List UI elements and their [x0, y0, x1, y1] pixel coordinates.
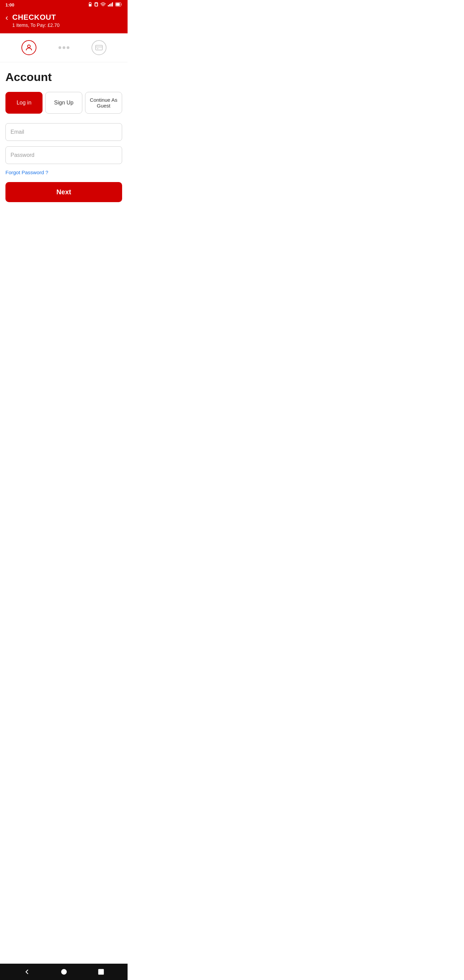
step-dots: [59, 46, 69, 49]
dot-2: [63, 46, 65, 49]
header-content: CHECKOUT 1 Items, To Pay: £2.70: [12, 13, 60, 28]
email-input[interactable]: [5, 123, 122, 141]
back-button[interactable]: ‹: [5, 14, 8, 22]
account-step-circle: [21, 40, 37, 55]
email-form-group: [5, 123, 122, 141]
wifi-icon: [100, 2, 106, 8]
payment-step: [92, 40, 106, 55]
page-title: Account: [5, 70, 122, 84]
svg-point-3: [103, 6, 103, 6]
status-bar: 1:00: [0, 0, 127, 10]
step-indicators: [0, 33, 127, 62]
dot-1: [59, 46, 61, 49]
login-tab[interactable]: Log in: [5, 92, 43, 114]
lock-icon: [88, 2, 92, 8]
status-icons: [88, 2, 122, 8]
svg-rect-2: [95, 3, 97, 6]
checkout-title: CHECKOUT: [12, 13, 60, 22]
next-button[interactable]: Next: [5, 182, 122, 202]
svg-point-10: [27, 45, 30, 48]
svg-rect-5: [109, 4, 110, 6]
svg-rect-4: [108, 5, 109, 6]
checkout-header: ‹ CHECKOUT 1 Items, To Pay: £2.70: [0, 10, 127, 33]
svg-rect-7: [112, 2, 113, 6]
svg-rect-9: [116, 3, 120, 6]
password-form-group: [5, 146, 122, 164]
password-input[interactable]: [5, 146, 122, 164]
svg-rect-6: [111, 3, 111, 6]
sim-icon: [94, 2, 98, 8]
battery-icon: [115, 2, 122, 8]
forgot-password-link[interactable]: Forgot Password ?: [5, 169, 48, 175]
main-content: Account Log in Sign Up Continue As Guest…: [0, 62, 127, 210]
payment-step-circle: [92, 40, 106, 55]
svg-rect-11: [95, 45, 102, 50]
checkout-subtitle: 1 Items, To Pay: £2.70: [12, 22, 60, 28]
dot-3: [67, 46, 69, 49]
account-step: [21, 40, 37, 55]
status-time: 1:00: [5, 2, 14, 8]
svg-rect-0: [89, 4, 92, 6]
signup-tab[interactable]: Sign Up: [45, 92, 82, 114]
guest-tab[interactable]: Continue As Guest: [85, 92, 122, 114]
signal-icon: [108, 2, 113, 8]
auth-tabs: Log in Sign Up Continue As Guest: [5, 92, 122, 114]
